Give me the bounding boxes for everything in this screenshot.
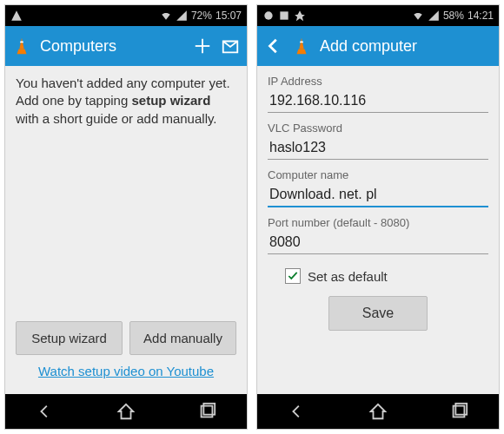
statusbar: 58% 14:21 (257, 5, 499, 26)
content: You haven't added any computer yet. Add … (5, 66, 247, 394)
password-label: VLC Password (268, 122, 488, 135)
battery-text: 58% (443, 10, 464, 22)
actionbar: Computers (5, 26, 247, 66)
setup-wizard-button[interactable]: Setup wizard (16, 321, 123, 355)
notif-icon-3 (294, 10, 306, 22)
clock: 15:07 (216, 10, 242, 22)
back-icon[interactable] (36, 402, 55, 421)
default-checkbox-row[interactable]: Set as default (285, 268, 488, 284)
ip-label: IP Address (268, 75, 488, 88)
name-input[interactable]: Download. net. pl (268, 183, 488, 207)
inbox-icon[interactable] (221, 36, 240, 56)
port-field: Port number (default - 8080) 8080 (268, 216, 488, 254)
notif-icon-2 (278, 10, 290, 22)
page-title: Add computer (320, 37, 492, 56)
help-post: with a short guide or add manually. (16, 111, 217, 126)
default-label: Set as default (308, 269, 388, 284)
page-title: Computers (40, 37, 184, 56)
recent-icon[interactable] (197, 402, 216, 421)
battery-text: 72% (191, 10, 212, 22)
checkbox-icon[interactable] (285, 268, 301, 284)
help-bold: setup wizard (131, 93, 210, 108)
name-label: Computer name (268, 168, 488, 181)
back-icon[interactable] (264, 36, 283, 56)
save-button[interactable]: Save (328, 296, 428, 331)
youtube-link[interactable]: Watch setup video on Youtube (16, 358, 236, 385)
ip-input[interactable]: 192.168.10.116 (268, 89, 488, 113)
password-field: VLC Password haslo123 (268, 122, 488, 160)
wifi-icon (160, 10, 172, 22)
help-text: You haven't added any computer yet. Add … (16, 75, 236, 128)
notif-icon (10, 10, 23, 22)
recent-icon[interactable] (449, 402, 468, 421)
statusbar: 72% 15:07 (5, 5, 247, 26)
wifi-icon (412, 10, 424, 22)
port-label: Port number (default - 8080) (268, 216, 488, 229)
back-icon[interactable] (288, 402, 307, 421)
svg-point-2 (264, 11, 272, 19)
signal-icon (428, 10, 440, 22)
vlc-icon (12, 36, 31, 56)
actionbar: Add computer (257, 26, 499, 66)
navbar (5, 394, 247, 429)
phone-left: 72% 15:07 Computers You haven't added an… (4, 4, 248, 430)
form: IP Address 192.168.10.116 VLC Password h… (257, 66, 499, 394)
ip-field: IP Address 192.168.10.116 (268, 75, 488, 113)
signal-icon (176, 10, 188, 22)
add-manually-button[interactable]: Add manually (129, 321, 236, 355)
password-input[interactable]: haslo123 (268, 136, 488, 160)
port-input[interactable]: 8080 (268, 231, 488, 254)
home-icon[interactable] (116, 402, 136, 421)
navbar (257, 394, 499, 429)
notif-icon (262, 10, 275, 22)
button-row: Setup wizard Add manually (16, 316, 236, 358)
phone-right: 58% 14:21 Add computer IP Address 192.16… (256, 4, 500, 430)
clock: 14:21 (468, 10, 494, 22)
home-icon[interactable] (368, 402, 388, 421)
vlc-icon (292, 36, 311, 56)
add-icon[interactable] (193, 36, 212, 56)
name-field: Computer name Download. net. pl (268, 168, 488, 207)
